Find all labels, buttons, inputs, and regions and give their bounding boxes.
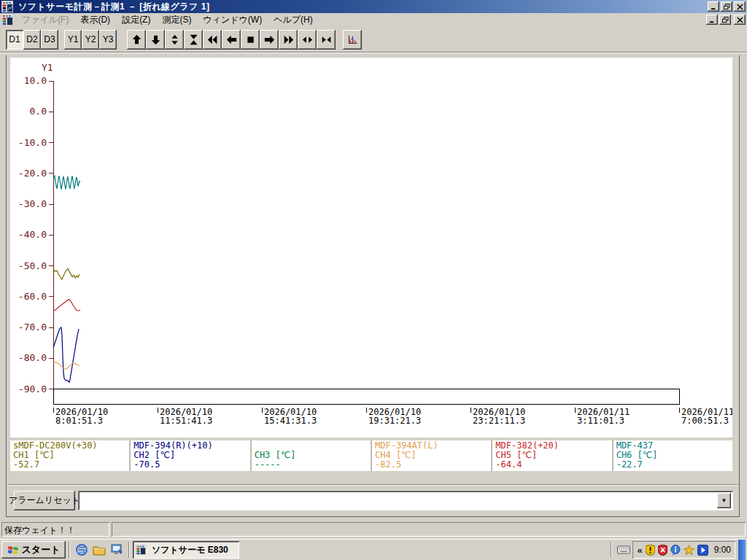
line-graph-window: Y110.00.0-10.0-20.0-30.0-40.0-50.0-60.0-… [6,55,740,517]
window-titlebar: ソフトサーモ計測－計測1 － [折れ線グラフ 1] [0,0,747,13]
fast-forward-icon[interactable] [279,30,298,50]
legend-cell-ch2[interactable]: MDF-394(R)(+10)CH2 [℃]-70.5 [131,440,249,471]
legend-cell-ch6[interactable]: MDF-437CH6 [℃]-22.7 [614,440,732,471]
series-ch6 [53,176,80,190]
status-right-panel [112,522,746,537]
fast-rewind-icon[interactable] [203,30,222,50]
play-icon[interactable] [697,545,708,556]
child-minimize-button[interactable] [706,15,718,25]
shield-error-icon[interactable] [658,545,667,556]
start-button[interactable]: スタート [1,541,66,559]
minimize-button[interactable] [708,1,719,12]
folder-icon[interactable] [92,542,107,557]
menu-settings[interactable]: 設定(Z) [116,12,156,28]
y-tick-label: 0.0 [30,106,47,117]
stop-icon[interactable] [241,30,260,50]
start-button-label: スタート [22,543,61,556]
child-window-icon[interactable] [1,14,13,26]
child-close-button[interactable] [734,15,746,25]
toolbar-button-d1[interactable]: D1 [6,30,23,50]
y-tick-label: 10.0 [24,75,47,86]
toolbar: D1 D2 D3 Y1 Y2 Y3 [0,27,747,52]
taskbar: スタート ソフトサーモ E830 [0,539,747,560]
toolbar-button-d2[interactable]: D2 [23,30,41,50]
toolbar-button-y2[interactable]: Y2 [82,30,99,50]
internet-explorer-icon[interactable] [74,542,89,557]
y-tick-label: -20.0 [18,168,47,179]
line-chart: Y110.00.0-10.0-20.0-30.0-40.0-50.0-60.0-… [10,58,732,438]
x-tick-time: 3:11:01.3 [577,416,624,426]
y-axis-name: Y1 [42,62,53,73]
statusbar: 保存ウェイト！！ [0,520,747,539]
keyboard-icon[interactable] [616,542,631,557]
window-title: ソフトサーモ計測－計測1 － [折れ線グラフ 1] [18,1,209,13]
graph-settings-icon[interactable] [343,30,362,50]
expand-horizontal-icon[interactable] [298,30,317,50]
series-ch4 [53,362,80,369]
toolbar-button-y3[interactable]: Y3 [99,30,117,50]
system-tray: « [608,540,746,560]
menu-measure[interactable]: 測定(S) [156,12,197,28]
y-tick-label: -30.0 [18,198,47,209]
step-left-icon[interactable] [222,30,241,50]
info-balloon-icon[interactable] [670,545,681,556]
toolbar-button-y1[interactable]: Y1 [64,30,82,50]
tray-clock: 9:00 [714,545,731,555]
toolbar-button-d3[interactable]: D3 [41,30,58,50]
desktop: ソフトサーモ計測－計測1 － [折れ線グラフ 1] ファイル(F) 表示(D) … [0,0,747,560]
y-tick-label: -90.0 [18,384,47,394]
desktop-icon[interactable] [109,542,124,557]
menu-help[interactable]: ヘルプ(H) [268,12,319,28]
x-tick-time: 11:51:41.3 [160,416,212,426]
legend-cell-ch5[interactable]: MDF-382(+20)CH5 [℃]-64.4 [492,440,611,471]
restore-button[interactable] [721,1,732,12]
tray-chevron-icon[interactable]: « [637,545,642,556]
taskbar-edge-strip [738,540,746,560]
y-tick-label: -10.0 [18,137,47,148]
alarm-combobox[interactable]: ▼ [78,491,733,510]
y-tick-label: -80.0 [18,352,47,363]
compress-horizontal-icon[interactable] [317,30,336,50]
task-button-label: ソフトサーモ E830 [152,544,228,556]
scroll-down-icon[interactable] [146,30,165,50]
y-tick-label: -70.0 [18,322,47,332]
app-icon [1,1,13,12]
x-tick-time: 15:41:31.3 [264,416,317,426]
series-ch2 [53,327,79,382]
app-icon [136,545,146,555]
child-restore-button[interactable] [719,15,731,25]
alarm-reset-button[interactable]: アラームリセット [14,491,75,510]
mdi-client-area: Y110.00.0-10.0-20.0-30.0-40.0-50.0-60.0-… [0,54,747,520]
compress-vertical-icon[interactable] [184,30,203,50]
alarm-combobox-value[interactable] [78,491,717,510]
expand-vertical-icon[interactable] [165,30,184,50]
chevron-down-icon[interactable]: ▼ [717,493,731,508]
series-ch1 [53,268,80,279]
star-icon[interactable] [684,545,694,556]
menu-file[interactable]: ファイル(F) [16,12,74,28]
legend-cell-ch3[interactable]: CH3 [℃]----- [252,440,371,471]
shield-warning-icon[interactable] [646,545,655,556]
status-message: 保存ウェイト！！ [1,522,109,537]
step-right-icon[interactable] [260,30,279,50]
series-ch5 [53,300,80,311]
x-tick-time: 19:31:21.3 [368,416,421,426]
y-tick-label: -50.0 [18,260,47,271]
menu-window[interactable]: ウィンドウ(W) [197,12,268,28]
legend-cell-ch4[interactable]: MDF-394AT(L)CH4 [℃]-82.5 [372,440,491,471]
menubar: ファイル(F) 表示(D) 設定(Z) 測定(S) ウィンドウ(W) ヘルプ(H… [0,13,747,27]
close-button[interactable] [734,1,746,12]
y-tick-label: -40.0 [18,229,47,240]
scroll-up-icon[interactable] [127,30,146,50]
y-tick-label: -60.0 [18,291,47,302]
menu-view[interactable]: 表示(D) [74,12,116,28]
legend-cell-ch1[interactable]: sMDF-DC200V(+30)CH1 [℃]-52.7 [10,440,129,471]
x-tick-time: 23:21:11.3 [473,416,525,426]
alarm-bar: アラームリセット ▼ [8,484,739,516]
windows-logo-icon [7,545,19,555]
task-button-softthermo[interactable]: ソフトサーモ E830 [133,541,239,559]
channel-legend: sMDF-DC200V(+30)CH1 [℃]-52.7MDF-394(R)(+… [10,440,732,471]
x-tick-time: 8:01:51.3 [55,416,103,426]
x-tick-time: 7:00:51.3 [681,416,729,426]
